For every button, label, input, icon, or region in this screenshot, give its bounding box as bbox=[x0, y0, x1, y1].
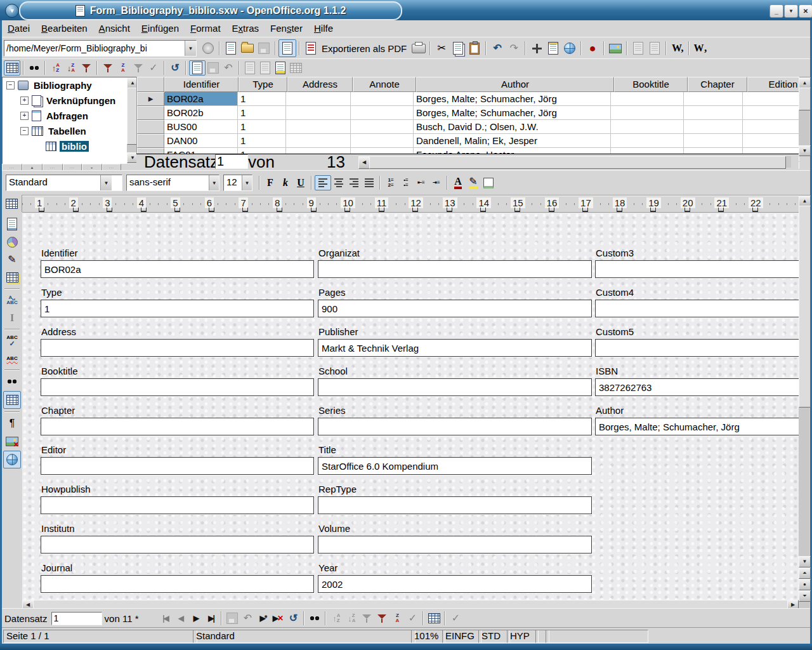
spellcheck-button[interactable]: ABC✓ bbox=[4, 333, 20, 349]
table-cell[interactable]: Borges, Malte; Schumacher, Jörg bbox=[414, 106, 611, 120]
expander-icon[interactable]: − bbox=[20, 127, 29, 135]
sort-descending-button[interactable]: ↓ZA bbox=[63, 61, 79, 75]
table-cell[interactable] bbox=[611, 120, 684, 134]
table-cell[interactable] bbox=[611, 106, 684, 120]
nonprinting-chars-button[interactable]: ¶ bbox=[4, 415, 20, 432]
stop-loading-button[interactable] bbox=[200, 40, 216, 56]
new-document-button[interactable] bbox=[223, 40, 239, 56]
table-hscrollbar[interactable]: ◀ bbox=[358, 156, 791, 168]
find-replace-button[interactable] bbox=[4, 373, 20, 390]
explorer-splitter-bar[interactable]: ∙∙∙ ▲ ∙∙∙ ∙∙∙ ◒ ∙∙∙ bbox=[2, 164, 136, 170]
tree-item-verknüpfungen[interactable]: +Verknüpfungen bbox=[3, 93, 127, 108]
table-cell[interactable] bbox=[743, 120, 799, 134]
table-record-input[interactable] bbox=[215, 154, 248, 169]
export-pdf-button[interactable] bbox=[303, 40, 319, 56]
table-row[interactable]: BUS001Busch, David D.; Olsen, J.W. bbox=[137, 120, 799, 134]
row-header[interactable]: ▶ bbox=[137, 92, 164, 106]
column-header-chapter[interactable]: Chapter bbox=[688, 77, 747, 92]
table-cell[interactable]: BOR02a bbox=[164, 92, 238, 106]
scroll-up-icon[interactable]: ▲ bbox=[799, 196, 811, 206]
menu-item-format[interactable]: Format bbox=[185, 20, 226, 37]
scroll-down-icon[interactable]: ▼ bbox=[799, 145, 811, 156]
next-page-button[interactable]: ⏷ bbox=[799, 590, 811, 602]
thesaurus-w-button[interactable]: W‚ bbox=[692, 40, 709, 56]
column-header-annote[interactable]: Annote bbox=[353, 77, 416, 92]
maximize-button[interactable]: ▼ bbox=[784, 4, 798, 18]
table-cell[interactable] bbox=[286, 120, 351, 134]
justify-button[interactable] bbox=[362, 176, 377, 190]
tree-item-biblio[interactable]: biblio bbox=[3, 138, 127, 154]
table-scroll-thumb[interactable] bbox=[799, 88, 811, 110]
form-record-input[interactable] bbox=[51, 612, 102, 625]
cut-button[interactable]: ✂ bbox=[433, 40, 450, 56]
close-button[interactable]: ✕ bbox=[799, 4, 812, 18]
form-field-organizat[interactable] bbox=[318, 260, 592, 278]
table-cell[interactable] bbox=[286, 92, 351, 106]
font-dropdown-button[interactable]: ▼ bbox=[209, 175, 219, 190]
document-hscrollbar[interactable]: ◀ ▶ bbox=[22, 600, 799, 608]
minimize-button[interactable]: _ bbox=[769, 4, 783, 18]
row-header[interactable] bbox=[137, 106, 164, 120]
highlight-button[interactable]: ✎ bbox=[466, 176, 481, 190]
export-pdf-label[interactable]: Exportieren als PDF bbox=[322, 43, 407, 54]
spellcheck-w-button[interactable]: W, bbox=[669, 40, 686, 56]
form-field-custom3[interactable] bbox=[595, 260, 799, 278]
table-cell[interactable]: 1 bbox=[238, 120, 286, 134]
table-cell[interactable] bbox=[743, 106, 799, 120]
find-record-button[interactable] bbox=[307, 611, 322, 625]
autofilter-button[interactable] bbox=[79, 61, 94, 75]
scroll-up-icon[interactable]: ▲ bbox=[799, 77, 811, 88]
tree-item-tabellen[interactable]: −Tabellen bbox=[3, 123, 127, 138]
align-left-button[interactable] bbox=[315, 175, 331, 190]
form-field-type[interactable] bbox=[41, 300, 314, 317]
menu-item-hilfe[interactable]: Hilfe bbox=[308, 20, 339, 37]
bullet-list-button[interactable]: •≡•≡ bbox=[398, 176, 414, 190]
row-header[interactable] bbox=[137, 134, 164, 148]
form-field-custom4[interactable] bbox=[595, 300, 799, 317]
form-field-title[interactable] bbox=[318, 457, 592, 475]
status-insert-mode[interactable]: EINFG bbox=[442, 630, 481, 643]
table-cell[interactable] bbox=[743, 134, 799, 148]
table-cell[interactable] bbox=[286, 134, 351, 148]
align-center-button[interactable] bbox=[331, 176, 346, 190]
form-field-institutn[interactable] bbox=[41, 536, 314, 554]
table-row[interactable]: ▶BOR02a1Borges, Malte; Schumacher, Jörg bbox=[137, 92, 799, 106]
menu-item-ansicht[interactable]: Ansicht bbox=[93, 20, 136, 37]
open-button[interactable] bbox=[239, 40, 256, 56]
table-cell[interactable] bbox=[611, 134, 684, 148]
insert-button[interactable] bbox=[4, 216, 20, 232]
insert-table-button[interactable] bbox=[2, 195, 22, 212]
form-field-editor[interactable] bbox=[41, 457, 314, 475]
copy-button[interactable] bbox=[450, 40, 466, 56]
bold-button[interactable]: F bbox=[263, 176, 278, 190]
title-bar[interactable]: ▼ Form_Bibliography_biblio.sxw - OpenOff… bbox=[0, 0, 812, 20]
standard-filter-button[interactable] bbox=[374, 611, 390, 625]
previous-record-button[interactable]: ◀ bbox=[173, 611, 188, 625]
form-field-isbn[interactable] bbox=[595, 378, 799, 396]
explorer-scrollbar[interactable]: ▲ ▼ bbox=[127, 77, 137, 163]
table-cell[interactable]: 1 bbox=[238, 134, 286, 148]
form-field-booktitle[interactable] bbox=[41, 378, 314, 396]
form-field-chapter[interactable] bbox=[41, 418, 314, 435]
table-cell[interactable] bbox=[351, 92, 414, 106]
table-cell[interactable]: Busch, David D.; Olsen, J.W. bbox=[414, 120, 611, 134]
row-header[interactable] bbox=[137, 120, 164, 134]
form-field-custom5[interactable] bbox=[595, 339, 799, 357]
sort-button[interactable]: ZA bbox=[115, 61, 131, 75]
status-zoom[interactable]: 101% bbox=[411, 630, 445, 643]
status-page-style[interactable]: Standard bbox=[193, 630, 416, 643]
gallery-images-button[interactable] bbox=[607, 40, 624, 56]
column-header-author[interactable]: Author bbox=[416, 77, 614, 92]
document-vscrollbar[interactable]: ▲ ▼ ⏶ ● ⏷ bbox=[799, 196, 809, 608]
table-cell[interactable]: BOR02b bbox=[164, 106, 238, 120]
gallery-button[interactable] bbox=[561, 40, 578, 56]
tree-item-bibliography[interactable]: −Bibliography bbox=[3, 77, 127, 93]
expander-icon[interactable]: + bbox=[20, 112, 29, 120]
table-cell[interactable] bbox=[351, 120, 414, 134]
standard-filter-button[interactable] bbox=[100, 61, 115, 75]
table-scrollbar[interactable]: ▲ ▼ bbox=[799, 77, 809, 156]
stylist-button[interactable] bbox=[545, 40, 561, 56]
table-cell[interactable] bbox=[684, 134, 743, 148]
table-row[interactable]: DAN001Dandenell, Malin; Ek, Jesper bbox=[137, 134, 799, 148]
background-color-button[interactable] bbox=[481, 176, 496, 190]
